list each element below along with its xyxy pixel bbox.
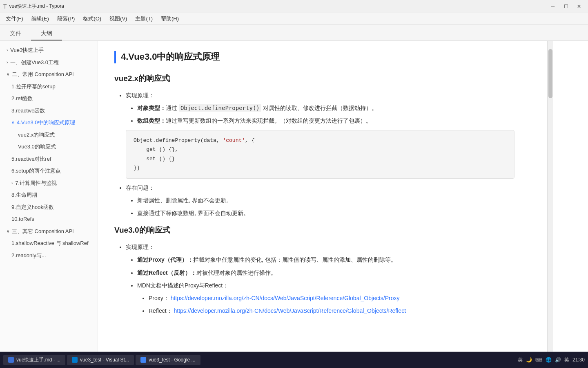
tabbar: 文件 大纲: [0, 25, 588, 41]
menu-file[interactable]: 文件(F): [2, 14, 27, 23]
sidebar-item-label: 7.计算属性与监视: [15, 179, 57, 187]
tray-keyboard: ⌨: [535, 357, 542, 363]
chrome-icon: [140, 357, 146, 363]
menu-theme[interactable]: 主题(T): [131, 14, 157, 23]
maximize-button[interactable]: ☐: [560, 2, 572, 11]
proxy-link[interactable]: https://developer.mozilla.org/zh-CN/docs…: [171, 295, 400, 301]
proxy-link-label: Proxy：: [149, 295, 169, 301]
taskbar-tray: 英 🌙 ⌨ 🌐 🔊 英 21:30: [518, 357, 585, 364]
problems-label: 存在问题：: [126, 184, 154, 191]
sidebar-item-reactivity-principle[interactable]: ∨ 4.Vue3.0中的响应式原理: [0, 117, 98, 129]
reflect-label: 通过Reflect（反射）：: [137, 269, 196, 276]
list-item-vue3-principle: 实现原理： 通过Proxy（代理）：拦截对象中任意属性的变化, 包括：属性值的读…: [126, 242, 514, 316]
main-area: › Vue3快速上手 › 一、创建Vue3.0工程 ∨ 二、常用 Composi…: [0, 41, 588, 352]
sidebar-item-reactive-vs-ref[interactable]: 5.reactive对比ref: [0, 153, 98, 165]
cursor: [169, 76, 170, 82]
vscode-icon: [72, 357, 78, 363]
sidebar-item-label: 一、创建Vue3.0工程: [10, 58, 59, 67]
list-item: 新增属性、删除属性, 界面不会更新。: [137, 195, 514, 206]
tray-network: 🌐: [546, 357, 552, 363]
scrollbar-thumb[interactable]: [548, 49, 552, 98]
sidebar-item-label: 1.shallowReactive 与 shallowRef: [11, 239, 89, 247]
taskbar-label: vue3_test - Google ...: [149, 357, 196, 363]
app-layout: 文件 大纲 › Vue3快速上手 › 一、创建Vue3.0工程 ∨ 二、常用 C…: [0, 25, 588, 352]
titlebar: T vue快速上手.md - Typora ─ ☐ ✕: [0, 0, 588, 13]
sidebar-item-label: 10.toRefs: [11, 215, 34, 223]
menu-edit[interactable]: 编辑(E): [27, 14, 53, 23]
object-type-label: 对象类型：: [137, 105, 166, 111]
tray-ime[interactable]: 英: [518, 357, 523, 364]
arrow-icon: ›: [11, 180, 13, 186]
tray-time: 21:30: [572, 357, 585, 363]
reflect-link[interactable]: https://developer.mozilla.org/zh-CN/docs…: [174, 307, 406, 314]
taskbar-item-typora[interactable]: vue快速上手.md - ...: [3, 355, 65, 365]
list-item: 实现原理： 对象类型：通过 Object.defineProperty() 对属…: [126, 90, 514, 179]
tray-volume: 🔊: [555, 357, 561, 363]
sidebar-item-label: 2.ref函数: [11, 94, 33, 103]
sidebar-item-torefs[interactable]: 10.toRefs: [0, 213, 98, 225]
sidebar-item-vue3x-reactivity[interactable]: Vue3.0的响应式: [0, 141, 98, 153]
sidebar-item-vue3-intro[interactable]: › Vue3快速上手: [0, 44, 98, 56]
sidebar-item-label: vue2.x的响应式: [18, 131, 55, 139]
sidebar-item-create-project[interactable]: › 一、创建Vue3.0工程: [0, 56, 98, 69]
tab-outline[interactable]: 大纲: [31, 27, 62, 40]
main-heading: 4.Vue3.0中的响应式原理: [114, 51, 514, 63]
scrollbar-track[interactable]: [547, 41, 553, 352]
sidebar-item-shallow-reactive[interactable]: 1.shallowReactive 与 shallowRef: [0, 237, 98, 249]
sidebar-item-computed-watch[interactable]: › 7.计算属性与监视: [0, 177, 98, 189]
list-item: 对象类型：通过 Object.defineProperty() 对属性的读取、修…: [137, 103, 514, 113]
app-icon: T: [3, 3, 7, 10]
sidebar-item-readonly[interactable]: 2.readonly与...: [0, 249, 98, 262]
array-type-label: 数组类型：: [137, 117, 166, 124]
code-block-defineProperty: Object.defineProperty(data, 'count', { g…: [126, 130, 514, 178]
sidebar-item-label: 8.生命周期: [11, 191, 37, 199]
sidebar-item-custom-hook[interactable]: 9.自定义hook函数: [0, 201, 98, 213]
sidebar-item-vue2x-reactivity[interactable]: vue2.x的响应式: [0, 129, 98, 141]
list-item-problems: 存在问题： 新增属性、删除属性, 界面不会更新。 直接通过下标修改数组, 界面不…: [126, 183, 514, 219]
sidebar-item-label: 2.readonly与...: [11, 251, 46, 260]
list-item: 通过Proxy（代理）：拦截对象中任意属性的变化, 包括：属性值的读写、属性的添…: [137, 255, 514, 265]
list-item: 数组类型：通过重写更新数组的一系列方法来实现拦截。（对数组的变更方法进行了包裹）…: [137, 116, 514, 126]
menu-paragraph[interactable]: 段落(P): [53, 14, 79, 23]
problems-sub-list: 新增属性、删除属性, 界面不会更新。 直接通过下标修改数组, 界面不会自动更新。: [126, 195, 514, 218]
list-item: 通过Reflect（反射）：对被代理对象的属性进行操作。: [137, 268, 514, 278]
impl-sub-list: 对象类型：通过 Object.defineProperty() 对属性的读取、修…: [126, 103, 514, 126]
close-button[interactable]: ✕: [573, 2, 585, 11]
arrow-icon: ›: [7, 59, 8, 65]
taskbar-item-vscode[interactable]: vue3_test - Visual St...: [67, 355, 134, 365]
sidebar: › Vue3快速上手 › 一、创建Vue3.0工程 ∨ 二、常用 Composi…: [0, 41, 98, 352]
menu-view[interactable]: 视图(V): [105, 14, 131, 23]
content-area[interactable]: 4.Vue3.0中的响应式原理 vue2.x的响应式 实现原理： 对象类型：通过…: [98, 41, 547, 352]
sidebar-item-ref[interactable]: 2.ref函数: [0, 92, 98, 105]
menu-format[interactable]: 格式(O): [79, 14, 105, 23]
sidebar-item-label: Vue3.0的响应式: [18, 143, 56, 151]
sidebar-item-setup-notes[interactable]: 6.setup的两个注意点: [0, 165, 98, 177]
sidebar-item-composition-api[interactable]: ∨ 二、常用 Composition API: [0, 68, 98, 81]
code-text: Object.defineProperty(data,: [134, 137, 223, 144]
taskbar-item-chrome[interactable]: vue3_test - Google ...: [136, 355, 200, 365]
sidebar-item-lifecycle[interactable]: 8.生命周期: [0, 189, 98, 201]
sidebar-item-other-composition[interactable]: ∨ 三、其它 Composition API: [0, 225, 98, 238]
code-string-count: 'count': [223, 137, 245, 144]
proxy-label: 通过Proxy（代理）：: [137, 256, 193, 263]
mdn-link-list: Proxy： https://developer.mozilla.org/zh-…: [137, 293, 514, 316]
list-item-proxy-link: Proxy： https://developer.mozilla.org/zh-…: [149, 293, 514, 303]
tab-file[interactable]: 文件: [0, 27, 31, 40]
sidebar-item-label: Vue3快速上手: [10, 46, 44, 54]
sidebar-item-label: 1.拉开序幕的setup: [11, 83, 56, 91]
impl-principle-label: 实现原理：: [126, 92, 154, 99]
sidebar-item-label: 二、常用 Composition API: [12, 70, 74, 79]
vue3-impl-label: 实现原理：: [126, 244, 154, 250]
sidebar-item-label: 5.reactive对比ref: [11, 155, 51, 163]
tray-lang[interactable]: 英: [564, 357, 569, 364]
sidebar-item-setup[interactable]: 1.拉开序幕的setup: [0, 81, 98, 93]
window-controls: ─ ☐ ✕: [547, 2, 585, 11]
vue3-heading: Vue3.0的响应式: [114, 225, 514, 236]
tray-moon: 🌙: [526, 357, 532, 363]
menu-help[interactable]: 帮助(H): [157, 14, 183, 23]
minimize-button[interactable]: ─: [547, 2, 559, 11]
sidebar-item-reactive[interactable]: 3.reactive函数: [0, 105, 98, 117]
taskbar-items: vue快速上手.md - ... vue3_test - Visual St..…: [3, 355, 518, 365]
reflect-link-label: Reflect：: [149, 307, 172, 314]
arrow-icon: ∨: [7, 228, 9, 234]
